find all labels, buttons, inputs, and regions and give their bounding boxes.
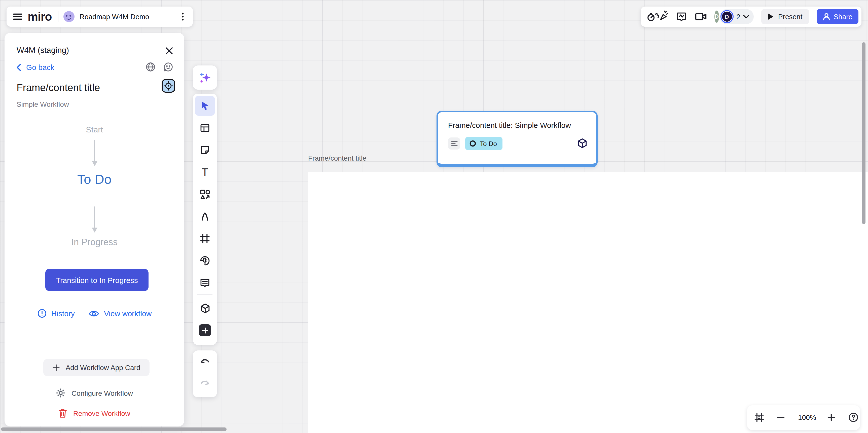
templates-tool[interactable] xyxy=(195,118,215,138)
comment-tool[interactable] xyxy=(195,273,215,293)
history-info-icon xyxy=(37,309,47,318)
collaborator-avatar-2-ring: D xyxy=(720,10,733,23)
undo-redo-box xyxy=(193,350,217,397)
chevron-left-icon xyxy=(17,64,21,71)
stickers-emoji-tool[interactable] xyxy=(195,251,215,271)
video-camera-icon[interactable] xyxy=(695,11,707,22)
description-icon xyxy=(448,137,460,150)
share-label: Share xyxy=(834,12,852,21)
gear-icon xyxy=(56,388,65,398)
chevron-down-icon xyxy=(743,14,749,19)
frame-tool[interactable] xyxy=(195,228,215,249)
toolbar: T xyxy=(193,94,217,345)
locate-target-button[interactable] xyxy=(162,79,175,93)
text-tool[interactable]: T xyxy=(195,162,215,182)
vertical-scrollbar[interactable] xyxy=(862,42,866,224)
zoom-level[interactable]: 100% xyxy=(796,413,818,422)
add-workflow-app-card-button[interactable]: Add Workflow App Card xyxy=(43,359,150,376)
remove-workflow-button[interactable]: Remove Workflow xyxy=(4,408,184,418)
panel-heading: Frame/content title xyxy=(17,82,100,94)
present-label: Present xyxy=(778,12,803,21)
app-cube-icon xyxy=(577,137,588,149)
toolbar-ai-box xyxy=(193,65,217,90)
play-icon xyxy=(768,13,774,20)
toolbar-divider xyxy=(197,294,213,295)
status-ring-icon xyxy=(469,140,476,147)
shapes-tool[interactable] xyxy=(195,184,215,205)
add-tool-button[interactable] xyxy=(195,320,215,340)
board-canvas[interactable]: Frame/content title Frame/content title:… xyxy=(0,0,868,433)
eye-icon xyxy=(89,309,99,317)
collaborator-count: 2 xyxy=(736,12,740,21)
feedback-smiley-icon[interactable] xyxy=(163,62,173,72)
redo-button[interactable] xyxy=(195,374,215,394)
history-label: History xyxy=(51,309,75,318)
text-tool-glyph: T xyxy=(202,166,208,178)
person-icon xyxy=(823,12,830,21)
go-back-label: Go back xyxy=(26,63,54,71)
add-card-label: Add Workflow App Card xyxy=(66,364,141,372)
arrow-down-icon xyxy=(90,140,98,167)
plus-icon xyxy=(199,324,211,336)
view-workflow-link[interactable]: View workflow xyxy=(89,309,152,318)
fit-to-screen-icon[interactable] xyxy=(753,411,765,424)
app-card-title: Frame/content title: Simple Workflow xyxy=(448,121,571,129)
globe-icon[interactable] xyxy=(146,62,156,72)
workflow-state-previous: Start xyxy=(4,125,184,134)
transition-button[interactable]: Transition to In Progress xyxy=(45,269,149,291)
zoom-out-button[interactable] xyxy=(775,411,787,424)
workflow-app-card[interactable]: Frame/content title: Simple Workflow To … xyxy=(436,111,598,167)
close-icon[interactable] xyxy=(164,46,174,56)
collaborators-pill[interactable]: D 2 xyxy=(719,9,754,24)
apps-cube-tool[interactable] xyxy=(195,298,215,318)
facilitation-tools-icon[interactable] xyxy=(647,10,668,23)
frame-title-label[interactable]: Frame/content title xyxy=(308,154,367,162)
sticky-note-tool[interactable] xyxy=(195,140,215,160)
ai-sparkles-icon[interactable] xyxy=(195,67,215,88)
go-back-link[interactable]: Go back xyxy=(17,63,54,71)
history-link[interactable]: History xyxy=(37,309,75,318)
plus-icon xyxy=(53,364,60,371)
workflow-state-next: In Progress xyxy=(4,237,184,248)
panel-subtitle: Simple Workflow xyxy=(17,100,69,108)
board-header: miro Roadmap W4M Demo xyxy=(6,6,193,27)
zoom-in-button[interactable] xyxy=(825,411,837,424)
collaboration-bar: D D 2 Present Share xyxy=(641,6,862,27)
pen-tool[interactable] xyxy=(195,207,215,226)
miro-logo[interactable]: miro xyxy=(28,10,52,23)
share-button[interactable]: Share xyxy=(816,9,859,24)
collaborator-avatar-2: D xyxy=(722,11,732,22)
main-menu-icon[interactable] xyxy=(12,11,23,22)
view-workflow-label: View workflow xyxy=(104,309,152,318)
collaborator-avatar-1[interactable]: D xyxy=(714,10,719,23)
board-frame[interactable] xyxy=(308,172,868,433)
zoom-controls: 100% xyxy=(747,405,860,430)
present-button[interactable]: Present xyxy=(762,9,809,24)
undo-button[interactable] xyxy=(195,352,215,372)
arrow-down-icon xyxy=(90,206,98,233)
workflow-state-current: To Do xyxy=(4,172,184,187)
help-icon[interactable] xyxy=(847,411,860,424)
panel-title: W4M (staging) xyxy=(17,46,69,55)
w4m-panel: W4M (staging) Go back Frame/content titl… xyxy=(4,33,184,427)
board-avatar xyxy=(63,11,74,22)
divider xyxy=(58,11,58,22)
status-label: To Do xyxy=(480,140,497,147)
trash-icon xyxy=(59,408,67,418)
configure-label: Configure Workflow xyxy=(71,389,133,397)
configure-workflow-button[interactable]: Configure Workflow xyxy=(4,388,184,398)
activity-bubble-icon[interactable] xyxy=(676,11,687,22)
board-options-kebab-icon[interactable] xyxy=(179,12,187,21)
board-title[interactable]: Roadmap W4M Demo xyxy=(80,12,174,21)
select-tool[interactable] xyxy=(195,96,215,116)
horizontal-scrollbar[interactable] xyxy=(1,428,226,431)
remove-label: Remove Workflow xyxy=(73,409,130,417)
status-badge[interactable]: To Do xyxy=(465,137,502,150)
